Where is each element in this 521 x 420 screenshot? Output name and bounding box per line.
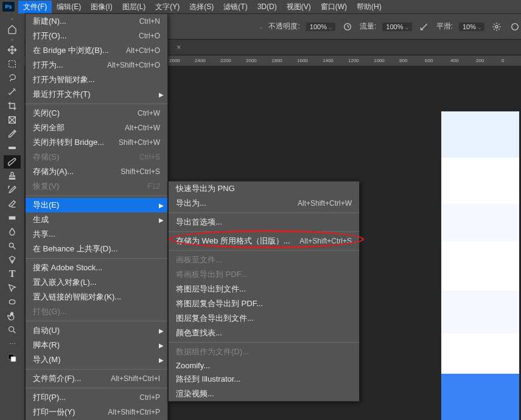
menu-item[interactable]: 最近打开文件(T)▶: [26, 87, 167, 102]
menu-item[interactable]: 脚本(R)▶: [26, 338, 167, 352]
menu-item[interactable]: 导出(E)▶: [26, 198, 167, 212]
menu-select[interactable]: 选择(S): [184, 1, 219, 13]
menu-item: 将画板导出到 PDF...: [169, 267, 359, 282]
menu-item[interactable]: 共享...: [26, 227, 167, 242]
brush-tool[interactable]: [4, 155, 21, 169]
menu-item[interactable]: 导入(M)▶: [26, 352, 167, 367]
menu-item[interactable]: 将图层复合导出到 PDF...: [169, 296, 359, 311]
menu-item[interactable]: 置入链接的智能对象(K)...: [26, 290, 167, 304]
menu-item[interactable]: 存储为 Web 所用格式（旧版）...Alt+Shift+Ctrl+S: [169, 234, 359, 248]
menu-window[interactable]: 窗口(W): [316, 1, 352, 13]
menu-item-shortcut: Alt+Shift+Ctrl+O: [107, 61, 160, 69]
color-swatch[interactable]: [4, 351, 21, 365]
menu-item[interactable]: 在 Behance 上共享(D)...: [26, 242, 167, 256]
menu-filter[interactable]: 滤镜(T): [219, 1, 252, 13]
frame-tool[interactable]: [4, 113, 21, 127]
home-icon[interactable]: [4, 23, 21, 36]
menu-item[interactable]: 在 Bridge 中浏览(B)...Alt+Ctrl+O: [26, 43, 167, 58]
opacity-value[interactable]: 100% ⌵: [306, 23, 335, 31]
menu-item[interactable]: 图层复合导出到文件...: [169, 311, 359, 326]
menu-item-shortcut: Shift+Ctrl+W: [119, 138, 160, 147]
flow-label: 流量:: [360, 21, 376, 32]
menu-item-label: 将图层导出到文件...: [176, 284, 246, 295]
menu-item[interactable]: Zoomify...: [169, 359, 359, 372]
menu-item-label: 关闭并转到 Bridge...: [33, 137, 104, 148]
svg-point-9: [344, 23, 351, 30]
text-tool[interactable]: T: [4, 267, 21, 281]
menu-item[interactable]: 快速导出为 PNG: [169, 181, 359, 196]
smooth-value[interactable]: 10% ⌵: [459, 23, 484, 31]
menu-item[interactable]: 文件简介(F)...Alt+Shift+Ctrl+I: [26, 371, 167, 386]
menu-image[interactable]: 图像(I): [86, 1, 117, 13]
menu-layer[interactable]: 图层(L): [117, 1, 151, 13]
pressure-size-icon[interactable]: [509, 21, 521, 33]
marquee-tool[interactable]: [4, 57, 21, 71]
menu-item-shortcut: Ctrl+N: [139, 17, 160, 26]
menu-item[interactable]: 生成▶: [26, 212, 167, 227]
menu-item-label: 置入嵌入对象(L)...: [33, 277, 97, 288]
blur-tool[interactable]: [4, 225, 21, 239]
hand-tool[interactable]: [4, 309, 21, 323]
menu-item-label: 路径到 Illustrator...: [176, 374, 240, 385]
menu-item[interactable]: 打印(P)...Ctrl+P: [26, 390, 167, 405]
path-tool[interactable]: [4, 281, 21, 295]
menu-item[interactable]: 导出为...Alt+Shift+Ctrl+W: [169, 196, 359, 211]
menu-item[interactable]: 渲染视频...: [169, 387, 359, 401]
menu-item[interactable]: 颜色查找表...: [169, 326, 359, 340]
eyedropper-tool[interactable]: [4, 127, 21, 141]
menu-item[interactable]: 搜索 Adobe Stock...: [26, 261, 167, 275]
zoom-tool[interactable]: [4, 323, 21, 337]
history-brush-tool[interactable]: [4, 183, 21, 197]
pen-tool[interactable]: [4, 253, 21, 267]
submenu-arrow-icon: ▶: [159, 217, 164, 223]
lasso-tool[interactable]: [4, 71, 21, 85]
left-toolbar: » » T ⋯: [0, 13, 24, 420]
menu-item[interactable]: 打开(O)...Ctrl+O: [26, 29, 167, 43]
menu-item-label: 颜色查找表...: [176, 327, 222, 338]
pressure-opacity-icon[interactable]: [341, 21, 354, 33]
flow-value[interactable]: 100% ⌵: [382, 23, 411, 31]
menu-type[interactable]: 文字(Y): [150, 1, 184, 13]
eraser-tool[interactable]: [4, 197, 21, 211]
shape-tool[interactable]: [4, 295, 21, 309]
smooth-options-icon[interactable]: [491, 21, 503, 33]
toolbar-expand2[interactable]: »: [4, 37, 21, 43]
menu-item[interactable]: 存储为(A)...Shift+Ctrl+S: [26, 164, 167, 179]
menu-item-shortcut: Shift+Ctrl+S: [121, 167, 160, 176]
menu-item[interactable]: 关闭并转到 Bridge...Shift+Ctrl+W: [26, 135, 167, 150]
menu-item[interactable]: 新建(N)...Ctrl+N: [26, 14, 167, 29]
menu-help[interactable]: 帮助(H): [352, 1, 386, 13]
menu-item[interactable]: 关闭(C)Ctrl+W: [26, 106, 167, 121]
menu-view[interactable]: 视图(V): [282, 1, 316, 13]
menu-item-shortcut: Alt+Shift+Ctrl+W: [298, 199, 352, 208]
dropdown-icon[interactable]: ⌵: [259, 24, 262, 30]
wand-tool[interactable]: [4, 85, 21, 99]
menu-item[interactable]: 将图层导出到文件...: [169, 282, 359, 296]
menu-item[interactable]: 自动(U)▶: [26, 323, 167, 338]
stamp-tool[interactable]: [4, 169, 21, 183]
tool-more[interactable]: ⋯: [4, 337, 21, 351]
menu-item-label: 存储(S): [33, 152, 59, 163]
navigator-preview[interactable]: [441, 111, 519, 420]
menu-item[interactable]: 打印一份(Y)Alt+Shift+Ctrl+P: [26, 405, 167, 419]
move-tool[interactable]: [4, 43, 21, 57]
menu-item-label: 导出(E): [33, 200, 59, 211]
gradient-tool[interactable]: [4, 211, 21, 225]
menu-item[interactable]: 路径到 Illustrator...: [169, 372, 359, 387]
airbrush-icon[interactable]: [418, 21, 430, 33]
tab-close-icon[interactable]: ×: [177, 43, 181, 52]
toolbar-expand[interactable]: »: [4, 16, 21, 22]
crop-tool[interactable]: [4, 99, 21, 113]
menu-item[interactable]: 关闭全部Alt+Ctrl+W: [26, 121, 167, 135]
menu-item[interactable]: 打开为智能对象...: [26, 72, 167, 87]
menu-item-label: 打开(O)...: [33, 30, 67, 41]
menu-file[interactable]: 文件(F): [18, 1, 52, 13]
heal-tool[interactable]: [4, 141, 21, 155]
menu-edit[interactable]: 编辑(E): [52, 1, 86, 13]
menu-item[interactable]: 打开为...Alt+Shift+Ctrl+O: [26, 58, 167, 72]
menu-item[interactable]: 导出首选项...: [169, 215, 359, 229]
dodge-tool[interactable]: [4, 239, 21, 253]
menu-item[interactable]: 置入嵌入对象(L)...: [26, 275, 167, 290]
menu-3d[interactable]: 3D(D): [253, 1, 282, 12]
submenu-arrow-icon: ▶: [159, 91, 164, 98]
